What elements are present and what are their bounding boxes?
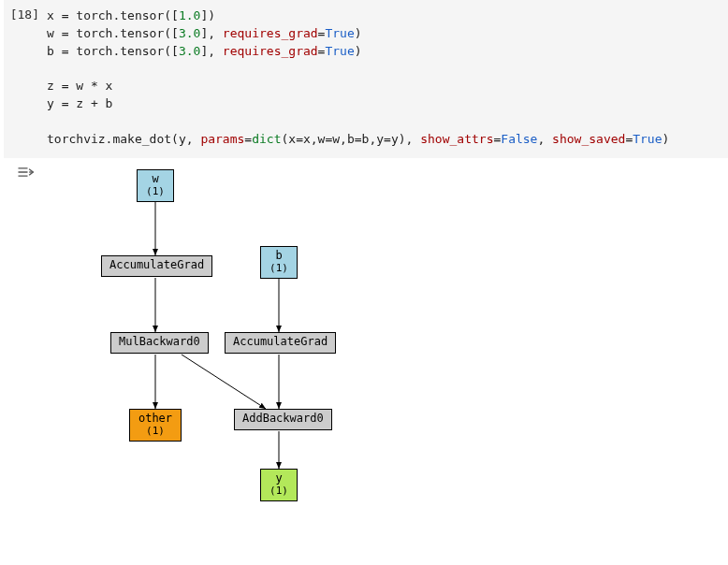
node-other: other (1) bbox=[129, 409, 182, 442]
cell-prompt: [18] bbox=[4, 6, 47, 149]
output-area: w (1) AccumulateGrad b (1) MulBackward0 … bbox=[0, 158, 728, 500]
node-y: y (1) bbox=[260, 469, 298, 501]
code-line-2: w = torch.tensor([3.0], requires_grad=Tr… bbox=[47, 26, 362, 40]
node-accumulate-grad-w: AccumulateGrad bbox=[101, 255, 212, 277]
node-b: b (1) bbox=[260, 246, 298, 279]
node-add-backward: AddBackward0 bbox=[234, 409, 332, 430]
code-line-1: x = torch.tensor([1.0]) bbox=[47, 8, 215, 22]
code-line-5: z = w * x bbox=[47, 79, 112, 93]
code-content[interactable]: x = torch.tensor([1.0]) w = torch.tensor… bbox=[47, 6, 728, 149]
computation-graph: w (1) AccumulateGrad b (1) MulBackward0 … bbox=[79, 164, 415, 500]
svg-line-4 bbox=[182, 355, 266, 409]
output-gutter bbox=[4, 164, 47, 500]
code-line-6: y = z + b bbox=[47, 96, 112, 110]
node-w: w (1) bbox=[137, 169, 174, 202]
code-line-8: torchviz.make_dot(y, params=dict(x=x,w=w… bbox=[47, 132, 669, 146]
node-accumulate-grad-b: AccumulateGrad bbox=[225, 332, 336, 354]
node-mul-backward: MulBackward0 bbox=[110, 332, 209, 354]
rerun-icon[interactable] bbox=[16, 166, 35, 179]
code-cell: [18] x = torch.tensor([1.0]) w = torch.t… bbox=[4, 0, 728, 158]
code-line-3: b = torch.tensor([3.0], requires_grad=Tr… bbox=[47, 44, 362, 58]
